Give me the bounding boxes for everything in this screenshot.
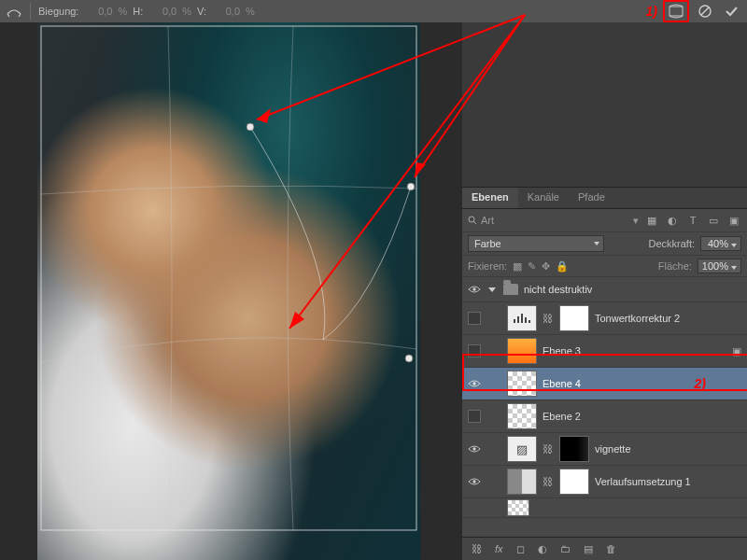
svg-line-8 (473, 221, 476, 224)
layer-row[interactable]: ⛓ Tonwertkorrektur 2 (462, 302, 747, 335)
filter-pixel-icon[interactable]: ▦ (644, 213, 659, 228)
options-bar: Biegung: 0,0 % H: 0,0 % V: 0,0 % 1) (0, 0, 747, 23)
right-panel-column: Ebenen Kanäle Pfade Art ▾ ▦ ◐ T ▭ ▣ Farb… (462, 22, 747, 560)
folder-icon (503, 284, 518, 295)
cancel-transform-button[interactable] (695, 2, 715, 21)
layer-thumb (507, 371, 537, 397)
svg-line-2 (701, 7, 709, 15)
v-value[interactable]: 0,0 (212, 6, 240, 17)
visibility-toggle[interactable] (466, 473, 483, 490)
annotation-1: 1) (646, 4, 657, 19)
lock-label: Fixieren: (468, 260, 507, 272)
fill-label: Fläche: (658, 260, 692, 272)
svg-point-10 (472, 382, 476, 385)
biegung-label: Biegung: (38, 6, 78, 17)
panel-tabs: Ebenen Kanäle Pfade (462, 188, 747, 209)
mask-thumb[interactable] (559, 305, 589, 331)
navigator-panel[interactable] (462, 22, 747, 188)
adjustment-thumb (507, 305, 537, 331)
add-mask-icon[interactable]: ◻ (516, 543, 525, 555)
commit-transform-button[interactable] (721, 2, 741, 21)
layer-row-selected[interactable]: Ebene 4 2) (462, 368, 747, 400)
layer-row[interactable]: Ebene 3 ▣ (462, 335, 747, 368)
svg-point-9 (472, 287, 476, 291)
mask-thumb[interactable] (559, 469, 589, 495)
svg-rect-0 (669, 7, 683, 16)
layer-row[interactable]: Ebene 2 (462, 400, 747, 433)
layer-row[interactable]: ⛓ Verlaufsumsetzung 1 (462, 466, 747, 498)
svg-point-11 (472, 447, 476, 451)
tab-paths[interactable]: Pfade (569, 188, 614, 208)
visibility-toggle[interactable] (468, 312, 481, 325)
opacity-label: Deckkraft: (648, 238, 695, 249)
lock-all-icon[interactable]: 🔒 (556, 260, 569, 273)
layer-name[interactable]: Ebene 2 (543, 411, 743, 422)
lock-position-icon[interactable]: ✥ (542, 260, 550, 273)
tab-channels[interactable]: Kanäle (518, 188, 569, 208)
adjustment-thumb: ▨ (507, 436, 537, 462)
new-layer-icon[interactable]: ▤ (584, 543, 593, 555)
layer-filter-type[interactable]: Art ▾ (468, 215, 639, 227)
delete-layer-icon[interactable]: 🗑 (606, 543, 616, 554)
disclosure-triangle-icon[interactable] (488, 287, 496, 292)
layer-row[interactable] (462, 498, 747, 518)
layer-filter-row: Art ▾ ▦ ◐ T ▭ ▣ (462, 209, 747, 232)
toggle-warp-free-button[interactable] (663, 0, 689, 22)
layers-list: nicht destruktiv ⛓ Tonwertkorrektur 2 Eb… (462, 277, 747, 537)
layer-thumb (507, 499, 529, 516)
document-image (37, 22, 420, 560)
filter-adjust-icon[interactable]: ◐ (665, 213, 680, 228)
link-mask-icon[interactable]: ⛓ (543, 443, 554, 455)
opacity-value[interactable]: 40% (700, 236, 741, 251)
link-layers-icon[interactable]: ⛓ (472, 543, 482, 554)
layer-thumb (507, 338, 537, 364)
h-value[interactable]: 0,0 (148, 6, 176, 17)
lock-transparent-icon[interactable]: ▩ (513, 260, 522, 273)
lock-fill-row: Fixieren: ▩ ✎ ✥ 🔒 Fläche: 100% (462, 256, 747, 277)
annotation-2: 2) (695, 376, 706, 391)
filter-smart-icon[interactable]: ▣ (726, 213, 741, 228)
layer-group[interactable]: nicht destruktiv (462, 277, 747, 302)
adjustment-thumb (507, 469, 537, 495)
layer-name[interactable]: Ebene 3 (543, 345, 725, 357)
filter-type-icon[interactable]: T (685, 213, 700, 228)
layer-effects-icon[interactable]: ▣ (730, 345, 743, 357)
visibility-toggle[interactable] (466, 375, 483, 392)
layer-row[interactable]: ▨ ⛓ vignette (462, 433, 747, 466)
layer-name[interactable]: Tonwertkorrektur 2 (595, 313, 743, 324)
warp-mode-icon[interactable] (6, 3, 22, 20)
visibility-toggle[interactable] (466, 281, 483, 298)
lock-pixels-icon[interactable]: ✎ (528, 260, 536, 273)
visibility-toggle[interactable] (468, 344, 481, 357)
visibility-toggle[interactable] (466, 441, 483, 457)
layer-name[interactable]: nicht destruktiv (524, 284, 743, 295)
svg-point-12 (472, 480, 476, 483)
blend-mode-select[interactable]: Farbe (468, 235, 604, 252)
mask-thumb[interactable] (559, 436, 589, 462)
filter-shape-icon[interactable]: ▭ (706, 213, 721, 228)
layer-thumb (507, 403, 537, 429)
layers-bottom-toolbar: ⛓ fx ◻ ◐ 🗀 ▤ 🗑 (462, 537, 747, 560)
layer-style-icon[interactable]: fx (495, 543, 503, 554)
canvas-area[interactable] (0, 22, 462, 560)
layer-name[interactable]: vignette (595, 443, 743, 455)
link-mask-icon[interactable]: ⛓ (543, 476, 554, 487)
biegung-value[interactable]: 0,0 (84, 6, 112, 17)
h-label: H: (133, 6, 143, 17)
layer-name[interactable]: Ebene 4 (543, 378, 689, 389)
fill-value[interactable]: 100% (698, 259, 741, 273)
new-group-icon[interactable]: 🗀 (560, 543, 571, 554)
layers-panel: Ebenen Kanäle Pfade Art ▾ ▦ ◐ T ▭ ▣ Farb… (462, 188, 747, 560)
layer-name[interactable]: Verlaufsumsetzung 1 (595, 476, 743, 487)
new-adjustment-icon[interactable]: ◐ (538, 543, 547, 555)
tab-layers[interactable]: Ebenen (462, 188, 518, 208)
v-label: V: (197, 6, 206, 17)
visibility-toggle[interactable] (468, 410, 481, 423)
blend-opacity-row: Farbe Deckkraft: 40% (462, 232, 747, 256)
link-mask-icon[interactable]: ⛓ (543, 313, 554, 324)
